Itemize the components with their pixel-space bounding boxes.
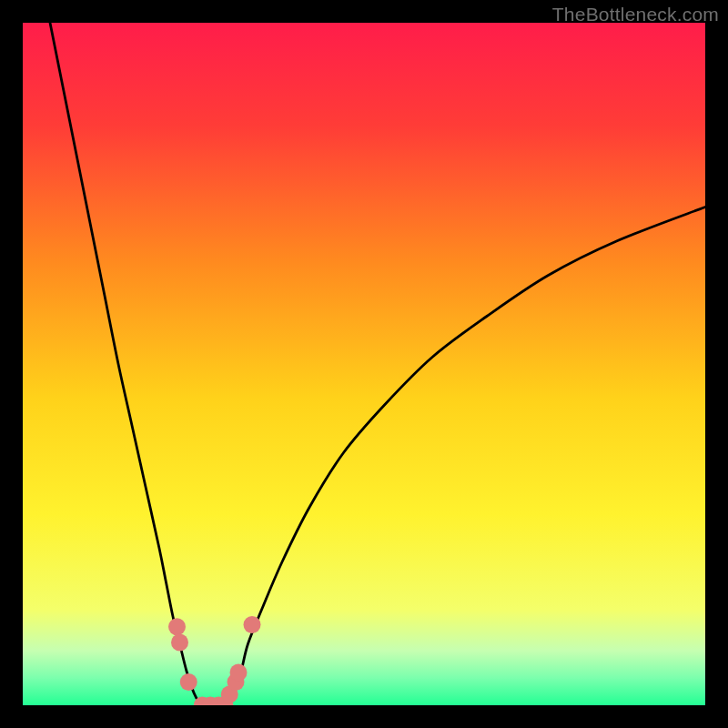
chart-frame: TheBottleneck.com	[0, 0, 728, 728]
data-marker	[168, 618, 186, 635]
data-marker	[230, 664, 248, 682]
gradient-background	[23, 23, 705, 705]
chart-svg	[23, 23, 705, 705]
data-marker	[180, 673, 197, 691]
data-marker	[171, 634, 188, 652]
data-marker	[244, 616, 261, 633]
plot-area	[23, 23, 705, 705]
